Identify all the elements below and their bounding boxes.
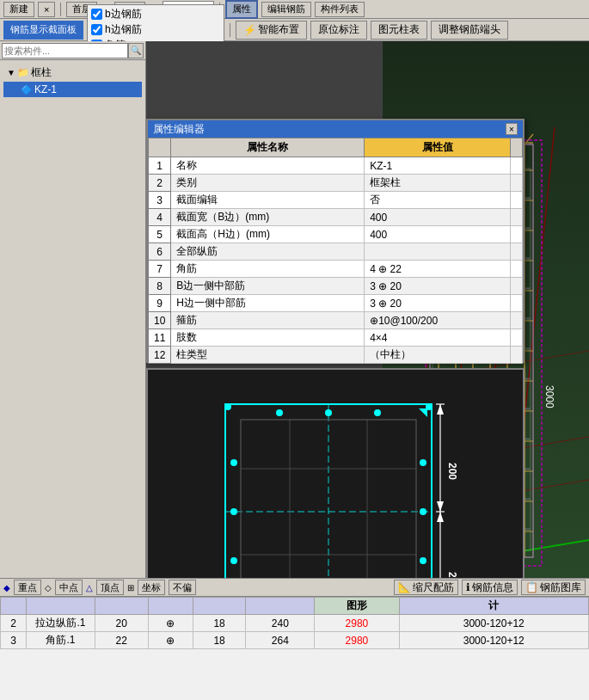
- rebar-figure-button[interactable]: 📋 钢筋图库: [521, 580, 586, 595]
- tree-container: ▼ 📁 框柱 🔷 KZ-1: [0, 60, 145, 101]
- property-row: 7 角筋 4 ⊕ 22: [149, 261, 523, 278]
- snap-notequal-button[interactable]: 不偏: [169, 580, 196, 595]
- cell-calc: 3000-120+12: [399, 632, 588, 649]
- th-name: [27, 598, 95, 615]
- component-icon: 🔷: [21, 84, 33, 95]
- prop-value[interactable]: 400: [365, 209, 511, 226]
- table-row: 2 拉边纵筋.1 20 ⊕ 18 240 2980 3000-120+12: [1, 615, 589, 632]
- row-spacer: [511, 261, 523, 278]
- scale-rebar-button[interactable]: 📐 缩尺配筋: [394, 580, 458, 595]
- lightning-icon: ⚡: [243, 24, 256, 36]
- property-row: 5 截面高（H边）(mm) 400: [149, 226, 523, 243]
- tree-label-kz1: KZ-1: [34, 83, 57, 95]
- prop-value[interactable]: 400: [365, 226, 511, 243]
- smart-layout-button[interactable]: ⚡ 智能布置: [236, 21, 307, 40]
- component-list-button[interactable]: 构件列表: [315, 2, 365, 17]
- prop-value[interactable]: 4 ⊕ 22: [365, 261, 511, 278]
- row-spacer: [511, 312, 523, 329]
- cell-spacing: 18: [193, 615, 246, 632]
- svg-point-64: [420, 508, 426, 515]
- original-mark-button[interactable]: 原位标注: [310, 21, 367, 40]
- th-qty: [95, 598, 149, 615]
- prop-name: 全部纵筋: [171, 243, 365, 261]
- col-num-header: [149, 138, 171, 157]
- cell-dia: ⊕: [148, 632, 193, 649]
- snap-vertex-button[interactable]: 顶点: [96, 580, 124, 595]
- adjust-end-button[interactable]: 调整钢筋端头: [431, 21, 508, 40]
- property-table: 属性名称 属性值 1 名称 KZ-1 2 类别 框架柱 3 截面编辑 否: [148, 138, 523, 364]
- row-num: 11: [149, 329, 171, 347]
- cell-calc: 3000-120+12: [399, 615, 588, 632]
- prop-value[interactable]: 框架柱: [365, 175, 511, 192]
- scale-icon: 📐: [398, 581, 411, 593]
- tree-item-kuangzhu[interactable]: ▼ 📁 框柱: [3, 64, 142, 82]
- prop-value[interactable]: ⊕10@100/200: [365, 312, 511, 329]
- col-name-header: 属性名称: [171, 138, 365, 157]
- close-tab-button[interactable]: ×: [38, 2, 55, 17]
- rebar-panel-title: 钢筋显示截面板: [3, 21, 83, 40]
- search-bar: 🔍: [0, 41, 145, 60]
- info-icon: ℹ: [466, 581, 470, 593]
- snap-mid-point-button[interactable]: 中点: [55, 580, 83, 595]
- svg-point-55: [325, 409, 332, 416]
- prop-value[interactable]: [365, 243, 511, 261]
- col-value-header: 属性值: [365, 138, 511, 157]
- rebar-check2[interactable]: [91, 24, 102, 35]
- prop-name: 名称: [171, 157, 365, 175]
- prop-name: 截面编辑: [171, 192, 365, 209]
- search-button[interactable]: 🔍: [128, 43, 144, 58]
- rebar-option2[interactable]: h边钢筋: [91, 22, 220, 37]
- property-button[interactable]: 属性: [225, 0, 258, 19]
- prop-value[interactable]: 否: [365, 192, 511, 209]
- rebar-check1[interactable]: [91, 9, 102, 20]
- new-button[interactable]: 新建: [3, 2, 34, 17]
- dialog-title-bar: 属性编辑器 ×: [148, 120, 523, 138]
- prop-value[interactable]: 4×4: [365, 329, 511, 347]
- prop-value[interactable]: 3 ⊕ 20: [365, 278, 511, 295]
- edit-rebar-button[interactable]: 编辑钢筋: [261, 2, 311, 17]
- row-spacer: [511, 192, 523, 209]
- prop-value[interactable]: 3 ⊕ 20: [365, 295, 511, 312]
- svg-point-62: [230, 557, 237, 564]
- grid-icon: ⊞: [127, 583, 134, 593]
- snap-coord-button[interactable]: 坐标: [138, 580, 165, 595]
- svg-point-54: [276, 409, 283, 416]
- snap-vertex-icon: △: [86, 583, 93, 593]
- svg-point-65: [420, 557, 426, 564]
- row-num: 7: [149, 261, 171, 278]
- svg-point-60: [230, 459, 237, 466]
- table-row: 3 角筋.1 22 ⊕ 18 264 2980 3000-120+12: [1, 632, 589, 649]
- snap-toolbar: ◆ 重点 ◇ 中点 △ 顶点 ⊞ 坐标 不偏 📐 缩尺配筋 ℹ 钢筋信息 📋 钢…: [0, 578, 589, 597]
- dialog-close-button[interactable]: ×: [506, 123, 518, 135]
- row-num: 3: [149, 192, 171, 209]
- dialog-body: 属性名称 属性值 1 名称 KZ-1 2 类别 框架柱 3 截面编辑 否: [148, 138, 523, 361]
- expand-arrow-icon: ▼: [7, 68, 15, 77]
- prop-name: B边一侧中部筋: [171, 278, 365, 295]
- rebar-info-button[interactable]: ℹ 钢筋信息: [462, 580, 518, 595]
- cell-extra: 264: [246, 632, 315, 649]
- th-num: [1, 598, 27, 615]
- tree-item-kz1[interactable]: 🔷 KZ-1: [3, 82, 142, 97]
- row-spacer: [511, 209, 523, 226]
- row-num: 6: [149, 243, 171, 261]
- svg-text:3000: 3000: [543, 385, 555, 408]
- prop-name: 类别: [171, 175, 365, 192]
- table-col-button[interactable]: 图元柱表: [371, 21, 427, 40]
- prop-name: 肢数: [171, 329, 365, 347]
- tree-label-kuangzhu: 框柱: [31, 65, 52, 80]
- scrollbar-col: [511, 138, 523, 157]
- cell-fig: 2980: [315, 615, 399, 632]
- prop-name: 柱类型: [171, 347, 365, 364]
- snap-key-point-button[interactable]: 重点: [14, 580, 41, 595]
- rebar-option1[interactable]: b边钢筋: [91, 7, 220, 21]
- prop-value[interactable]: KZ-1: [365, 157, 511, 175]
- search-input[interactable]: [2, 43, 128, 58]
- row-num: 4: [149, 209, 171, 226]
- row-spacer: [511, 175, 523, 192]
- property-row: 3 截面编辑 否: [149, 192, 523, 209]
- row-num: 1: [149, 157, 171, 175]
- prop-name: 截面高（H边）(mm): [171, 226, 365, 243]
- row-spacer: [511, 157, 523, 175]
- prop-value[interactable]: （中柱）: [365, 347, 511, 364]
- svg-point-61: [230, 508, 237, 515]
